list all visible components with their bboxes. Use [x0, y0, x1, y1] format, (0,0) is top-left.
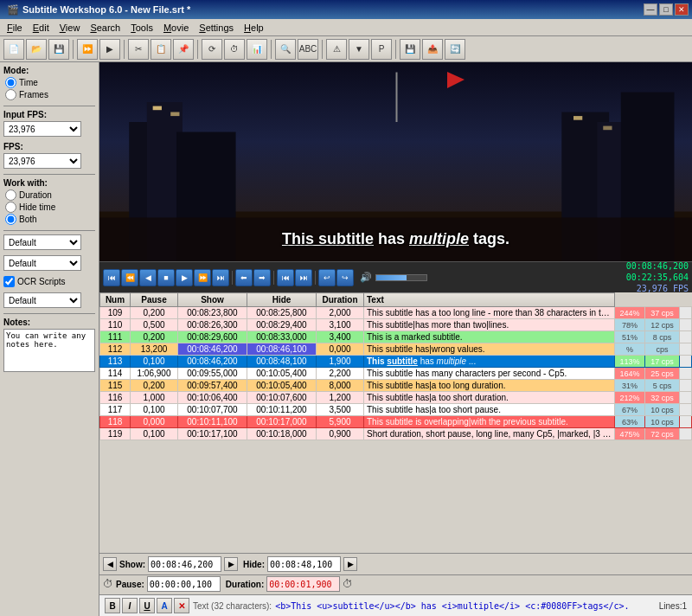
cell-cps: 12 cps [645, 319, 680, 331]
menu-edit[interactable]: Edit [28, 21, 54, 35]
tb-btn-19[interactable]: 📤 [422, 39, 443, 60]
minimize-button[interactable]: — [644, 3, 657, 16]
tb-btn-18[interactable]: 💾 [400, 39, 420, 60]
italic-button[interactable]: I [122, 598, 138, 613]
spell-check-button[interactable]: ABC [298, 39, 318, 60]
tb-btn-9[interactable]: 📌 [173, 39, 194, 60]
svg-rect-13 [573, 116, 582, 120]
menu-search[interactable]: Search [85, 21, 125, 35]
table-row[interactable]: 109 0,200 00:08:23,800 00:08:25,800 2,00… [100, 307, 692, 319]
close-button[interactable]: ✕ [675, 3, 689, 16]
vc-rewind[interactable]: ⏮ [277, 269, 294, 286]
cell-cps: 5 cps [645, 380, 680, 392]
underline-button[interactable]: U [139, 598, 155, 613]
remove-tags-button[interactable]: ✕ [174, 598, 189, 613]
vc-next-scene[interactable]: ⏭ [212, 269, 229, 286]
vc-set-show[interactable]: ⬅ [235, 269, 253, 286]
notes-textarea[interactable]: You can write any notes here. [3, 329, 95, 372]
table-row[interactable]: 112 13,200 00:08:46,200 00:08:46,100 0,0… [100, 343, 692, 356]
table-row[interactable]: 116 1,000 00:10:06,400 00:10:07,600 1,20… [100, 392, 692, 404]
vc-prev-scene[interactable]: ⏮ [103, 269, 120, 286]
main-layout: Mode: Time Frames Input FPS: 23,976 [0, 62, 692, 616]
ocr-checkbox[interactable] [3, 276, 15, 287]
tb-btn-20[interactable]: 🔄 [445, 39, 465, 60]
work-hide-option[interactable]: Hide time [5, 202, 95, 213]
menu-movie[interactable]: Movie [158, 21, 194, 35]
tb-btn-10[interactable]: ⟳ [202, 39, 222, 60]
tb-btn-11[interactable]: ⏱ [224, 39, 245, 60]
text-content[interactable]: <b>This <u>subtitle</u></b> has <i>multi… [275, 601, 656, 611]
save-button[interactable]: 💾 [48, 39, 69, 60]
menu-view[interactable]: View [54, 21, 86, 35]
bold-button[interactable]: B [105, 598, 120, 613]
vc-set-hide[interactable]: ➡ [253, 269, 271, 286]
fps-select[interactable]: 23,976 [3, 153, 81, 169]
hide-input[interactable] [267, 556, 341, 572]
table-container[interactable]: Num Pause Show Hide Duration Text 109 0,… [99, 292, 692, 553]
table-row[interactable]: 118 0,000 00:10:11,100 00:10:17,000 5,90… [100, 416, 692, 428]
new-button[interactable]: 📄 [3, 39, 24, 60]
vc-stop[interactable]: ■ [157, 269, 175, 286]
vc-play-back[interactable]: ◀ [139, 269, 157, 286]
dropdown3-select[interactable]: Default [3, 292, 81, 308]
maximize-button[interactable]: □ [659, 3, 673, 16]
table-row[interactable]: 114 1:06,900 00:09:55,000 00:10:05,400 2… [100, 368, 692, 380]
show-nav-prev[interactable]: ◀ [103, 557, 117, 571]
cell-hide: 00:10:17,000 [247, 416, 317, 428]
show-nav-next[interactable]: ▶ [224, 557, 238, 571]
cell-scroll [680, 356, 692, 368]
menu-file[interactable]: File [2, 21, 28, 35]
vc-next-frame[interactable]: ⏩ [194, 269, 211, 286]
cell-scroll [680, 331, 692, 343]
tb-btn-7[interactable]: ✂ [128, 39, 149, 60]
mode-frames-option[interactable]: Frames [5, 89, 95, 100]
subtitle-word-4: tags. [473, 230, 509, 247]
work-duration-radio[interactable] [5, 189, 16, 201]
mode-time-radio[interactable] [5, 77, 16, 88]
vc-jump-show[interactable]: ↩ [318, 269, 336, 286]
vc-jump-hide[interactable]: ↪ [336, 269, 354, 286]
work-hide-radio[interactable] [5, 202, 16, 213]
tb-btn-15[interactable]: ⚠ [326, 39, 347, 60]
mode-frames-radio[interactable] [5, 89, 16, 100]
tb-btn-6[interactable]: ▶ [99, 39, 120, 60]
dropdown1-select[interactable]: Default [3, 234, 81, 250]
vc-prev-frame[interactable]: ⏪ [121, 269, 138, 286]
work-both-radio[interactable] [5, 214, 16, 225]
dropdown2-select[interactable]: Default [3, 255, 81, 271]
svg-rect-11 [153, 106, 162, 111]
tb-btn-8[interactable]: 📋 [151, 39, 171, 60]
table-row[interactable]: 110 0,500 00:08:26,300 00:08:29,400 3,10… [100, 319, 692, 331]
color-button[interactable]: A [157, 598, 172, 613]
ocr-checkbox-label[interactable]: OCR Scripts [3, 276, 95, 287]
tb-btn-12[interactable]: 📊 [247, 39, 267, 60]
pause-input[interactable] [147, 576, 221, 592]
table-row[interactable]: 119 0,100 00:10:17,100 00:10:18,000 0,90… [100, 428, 692, 440]
svg-rect-12 [170, 112, 179, 117]
tb-btn-5[interactable]: ⏩ [77, 39, 98, 60]
cell-duration: 3,400 [317, 331, 364, 343]
table-row[interactable]: 117 0,100 00:10:07,700 00:10:11,200 3,50… [100, 404, 692, 416]
tb-btn-13[interactable]: 🔍 [275, 39, 296, 60]
menu-help[interactable]: Help [239, 21, 269, 35]
tb-btn-16[interactable]: ▼ [349, 39, 369, 60]
table-row[interactable]: 115 0,200 00:09:57,400 00:10:05,400 8,00… [100, 380, 692, 392]
input-fps-select[interactable]: 23,976 [3, 121, 81, 137]
tb-btn-17[interactable]: P [371, 39, 392, 60]
open-button[interactable]: 📂 [26, 39, 47, 60]
mode-time-option[interactable]: Time [5, 77, 95, 88]
volume-bar[interactable] [375, 274, 427, 281]
vc-fwd[interactable]: ⏭ [295, 269, 312, 286]
table-row[interactable]: 111 0,200 00:08:29,600 00:08:33,000 3,40… [100, 331, 692, 343]
hide-nav-next[interactable]: ▶ [343, 557, 357, 571]
menu-tools[interactable]: Tools [125, 21, 158, 35]
vc-play[interactable]: ▶ [176, 269, 193, 286]
cell-num: 109 [100, 307, 131, 319]
table-row[interactable]: 113 0,100 00:08:46,200 00:08:48,100 1,90… [100, 356, 692, 368]
work-duration-option[interactable]: Duration [5, 189, 95, 201]
pause-field: ⏱ Pause: [103, 576, 221, 592]
work-both-option[interactable]: Both [5, 214, 95, 225]
menu-settings[interactable]: Settings [194, 21, 239, 35]
show-input[interactable] [148, 556, 221, 572]
duration-input[interactable] [266, 576, 340, 592]
